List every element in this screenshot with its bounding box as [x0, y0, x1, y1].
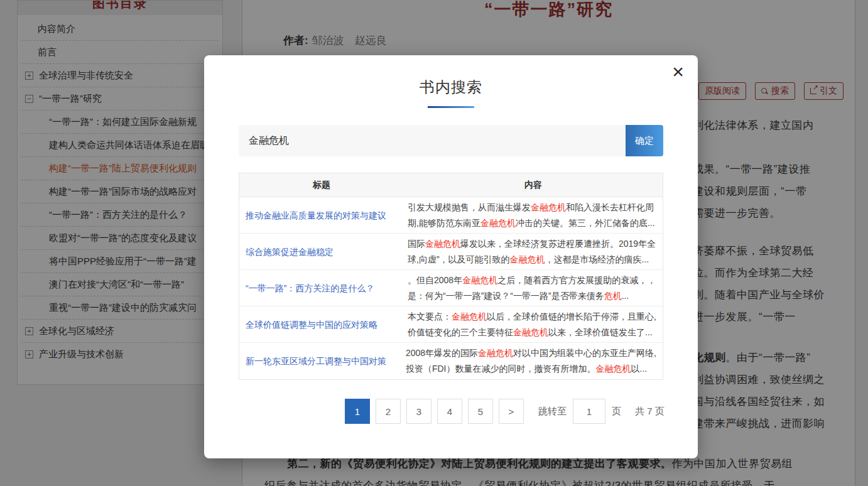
keyword-highlight: 金融危机 — [478, 348, 513, 358]
search-result-row: “一带一路”：西方关注的是什么？。但自2008年金融危机之后，随着西方官方发展援… — [239, 270, 663, 306]
result-content-cell: 本文要点：金融危机以后，全球价值链的增长陷于停滞，且重心,价值链变化的三个主要特… — [404, 309, 663, 340]
result-title-cell: 新一轮东亚区域分工调整与中国对策 — [239, 355, 402, 367]
result-title-link[interactable]: 新一轮东亚区域分工调整与中国对策 — [246, 355, 386, 367]
search-results-table: 标题 内容 推动金融业高质量发展的对策与建议引发大规模抛售，从而滋生爆发金融危机… — [239, 173, 663, 380]
keyword-highlight: 金融危机 — [452, 311, 487, 321]
search-result-row: 全球价值链调整与中国的应对策略本文要点：金融危机以后，全球价值链的增长陷于停滞，… — [239, 306, 663, 343]
page-button-2[interactable]: 2 — [376, 399, 401, 424]
result-title-cell: 推动金融业高质量发展的对策与建议 — [239, 209, 404, 222]
total-pages-label: 共 7 页 — [635, 406, 665, 418]
search-input[interactable] — [239, 125, 626, 156]
result-title-link[interactable]: “一带一路”：西方关注的是什么？ — [246, 282, 374, 294]
jump-to-label: 跳转至 — [538, 406, 567, 418]
search-result-row: 推动金融业高质量发展的对策与建议引发大规模抛售，从而滋生爆发金融危机和陷入漫长去… — [239, 197, 663, 234]
jump-page-input[interactable] — [573, 399, 605, 424]
keyword-highlight: 金融危机 — [425, 239, 460, 249]
keyword-highlight: 金融危机 — [480, 218, 516, 228]
result-content-cell: 。但自2008年金融危机之后，随着西方官方发展援助的衰减，，是：何为“一带一路”… — [404, 273, 663, 304]
header-content-column: 内容 — [404, 180, 663, 191]
page-button-1[interactable]: 1 — [345, 399, 370, 424]
page-unit-label: 页 — [612, 406, 621, 418]
result-content-cell: 引发大规模抛售，从而滋生爆发金融危机和陷入漫长去杠杆化周期,能够防范东南亚金融危… — [404, 200, 663, 231]
result-content-cell: 2008年爆发的国际金融危机对以中国为组装中心的东亚生产网络,投资（FDI）数量… — [402, 345, 663, 377]
page-button-4[interactable]: 4 — [437, 399, 462, 424]
keyword-highlight: 危机 — [604, 291, 622, 301]
pagination: 12345> 跳转至 页 共 7 页 — [345, 399, 665, 424]
table-body: 推动金融业高质量发展的对策与建议引发大规模抛售，从而滋生爆发金融危机和陷入漫长去… — [239, 197, 663, 379]
result-title-link[interactable]: 全球价值链调整与中国的应对策略 — [246, 318, 377, 331]
header-title-column: 标题 — [239, 180, 404, 191]
dialog-title: 书内搜索 — [204, 77, 698, 97]
pagination-pages: 12345> — [345, 399, 529, 424]
page-button-3[interactable]: 3 — [406, 399, 431, 424]
result-title-cell: 全球价值链调整与中国的应对策略 — [239, 318, 404, 331]
in-book-search-dialog: × 书内搜索 确定 标题 内容 推动金融业高质量发展的对策与建议引发大规模抛售，… — [204, 55, 698, 458]
result-title-cell: “一带一路”：西方关注的是什么？ — [239, 282, 404, 294]
search-bar: 确定 — [239, 125, 663, 156]
keyword-highlight: 金融危机 — [510, 254, 545, 264]
title-underline — [428, 106, 474, 108]
search-result-row: 新一轮东亚区域分工调整与中国对策2008年爆发的国际金融危机对以中国为组装中心的… — [239, 343, 663, 379]
result-content-cell: 国际金融危机爆发以来，全球经济复苏进程屡遭挫折。2019年全球,向虚”，以及可能… — [404, 236, 663, 267]
result-title-link[interactable]: 推动金融业高质量发展的对策与建议 — [246, 209, 386, 222]
table-header-row: 标题 内容 — [239, 173, 663, 197]
page-button-5[interactable]: 5 — [468, 399, 493, 424]
keyword-highlight: 金融危机 — [462, 275, 497, 285]
keyword-highlight: 金融危机 — [596, 364, 631, 374]
next-page-button[interactable]: > — [499, 399, 524, 424]
keyword-highlight: 金融危机 — [531, 202, 566, 212]
confirm-button[interactable]: 确定 — [626, 125, 663, 156]
result-title-link[interactable]: 综合施策促进金融稳定 — [246, 246, 334, 258]
keyword-highlight: 金融危机 — [513, 327, 548, 337]
close-icon[interactable]: × — [672, 62, 684, 82]
search-result-row: 综合施策促进金融稳定国际金融危机爆发以来，全球经济复苏进程屡遭挫折。2019年全… — [239, 234, 663, 270]
result-title-cell: 综合施策促进金融稳定 — [239, 246, 404, 258]
